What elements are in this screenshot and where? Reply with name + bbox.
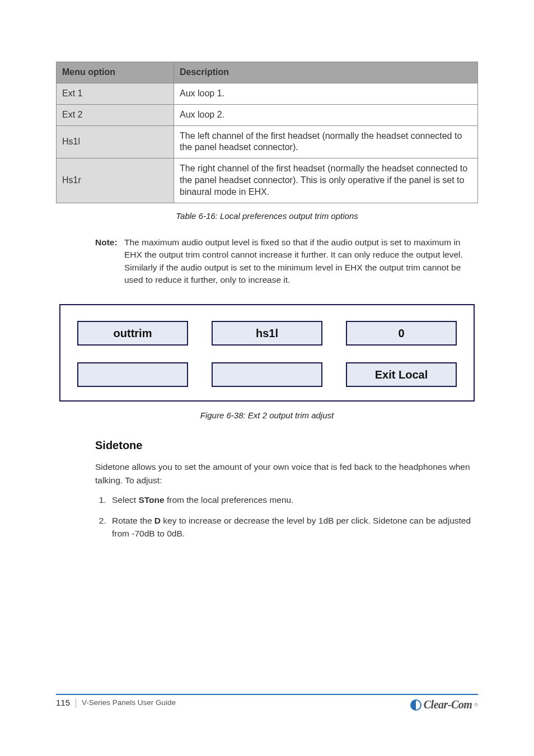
cell-label: Hs1r <box>57 158 174 203</box>
note-text: The maximum audio output level is fixed … <box>124 236 472 287</box>
menu-cell-outtrim: outtrim <box>77 321 188 346</box>
col-header-menu-option: Menu option <box>57 62 174 83</box>
note-label: Note: <box>95 236 124 287</box>
sidetone-section: Sidetone Sidetone allows you to set the … <box>95 437 475 540</box>
cell-value: Aux loop 2. <box>174 104 478 125</box>
table-header-row: Menu option Description <box>57 62 478 83</box>
section-intro: Sidetone allows you to set the amount of… <box>95 460 475 487</box>
step-post: key to increase or decrease the level by… <box>112 516 471 538</box>
step-item: Rotate the D key to increase or decrease… <box>109 514 475 540</box>
table-row: Ext 2 Aux loop 2. <box>57 104 478 125</box>
step-bold: STone <box>138 495 164 505</box>
logo-icon <box>410 699 421 711</box>
cell-value: Aux loop 1. <box>174 83 478 105</box>
registered-mark: ® <box>474 702 478 708</box>
page-number: 115 <box>56 698 76 708</box>
table-row: Ext 1 Aux loop 1. <box>57 83 478 105</box>
doc-title: V-Series Panels User Guide <box>82 698 176 708</box>
menu-cell-empty <box>212 362 322 387</box>
cell-label: Hs1l <box>57 125 174 158</box>
step-item: Select STone from the local preferences … <box>109 493 475 506</box>
table-caption: Table 6-16: Local preferences output tri… <box>56 211 478 221</box>
step-pre: Select <box>112 495 138 505</box>
menu-cell-value: 0 <box>346 321 457 346</box>
brand-logo: Clear-Com® <box>410 698 478 711</box>
step-bold: D <box>154 516 161 525</box>
section-heading: Sidetone <box>95 437 475 454</box>
cell-label: Ext 2 <box>57 104 174 125</box>
step-post: from the local preferences menu. <box>165 495 294 505</box>
cell-value: The left channel of the first headset (n… <box>174 125 478 158</box>
step-pre: Rotate the <box>112 516 154 525</box>
menu-display: outtrim hs1l 0 Exit Local <box>59 304 475 402</box>
note-block: Note: The maximum audio output level is … <box>95 236 472 287</box>
page-footer: 115 V-Series Panels User Guide Clear-Com… <box>56 694 478 711</box>
logo-text: Clear-Com <box>424 698 472 711</box>
menu-cell-hs1l: hs1l <box>212 321 322 346</box>
table-row: Hs1l The left channel of the first heads… <box>57 125 478 158</box>
figure-caption: Figure 6-38: Ext 2 output trim adjust <box>56 410 478 420</box>
options-table: Menu option Description Ext 1 Aux loop 1… <box>56 62 478 203</box>
cell-label: Ext 1 <box>57 83 174 105</box>
menu-cell-empty <box>77 362 188 387</box>
cell-value: The right channel of the first headset (… <box>174 158 478 203</box>
col-header-description: Description <box>174 62 478 83</box>
menu-cell-exit-local: Exit Local <box>346 362 457 387</box>
table-row: Hs1r The right channel of the first head… <box>57 158 478 203</box>
